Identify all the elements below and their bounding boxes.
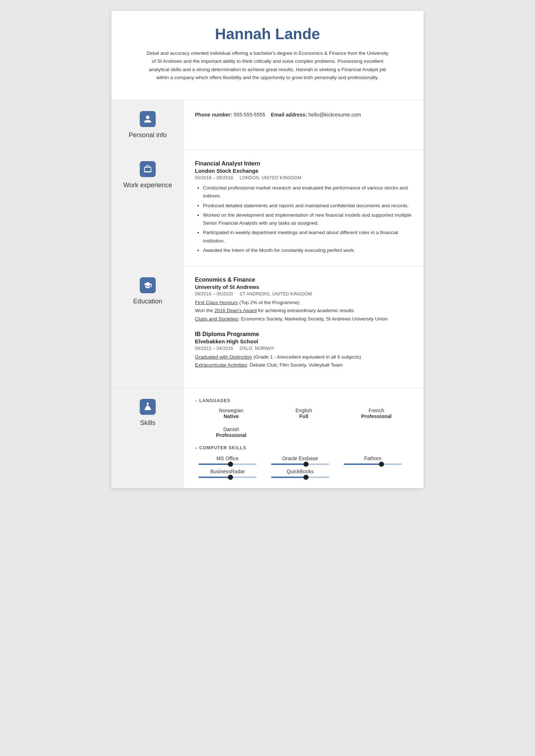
education-label: Education [111, 266, 184, 387]
bullet-1: Produced detailed statements and reports… [203, 202, 413, 210]
skill-fill-4 [271, 477, 306, 478]
education-title: Education [133, 298, 162, 305]
lang-french: French Professional [340, 408, 413, 419]
resume-container: Hannah Lande Detail and accuracy oriente… [111, 11, 424, 488]
edu-detail-0-3: Clubs and Societies: Economics Society, … [195, 315, 413, 323]
edu-detail-1-1: Graduated with Distinction (Grade 1 - A/… [195, 353, 413, 361]
skill-dot-1 [303, 462, 309, 467]
skill-bar-1 [271, 463, 329, 465]
skill-bar-2 [344, 463, 402, 465]
skill-businessradar: BusinessRadar [195, 469, 268, 478]
work-experience-title: Work experience [123, 181, 172, 189]
edu-meta-0: 09/2016 – 05/2020 ST ANDREWS, UNITED KIN… [195, 291, 413, 297]
skill-bar-4 [271, 477, 329, 478]
phone-label: Phone number: [195, 112, 232, 118]
bullet-4: Awarded the Intern of the Month for cons… [203, 246, 413, 254]
skill-dot-3 [228, 475, 233, 480]
skill-ms-office: MS Office [195, 455, 268, 465]
lang-english: English Full [268, 408, 340, 419]
lang-name-3: Danish [195, 426, 268, 432]
skill-name-0: MS Office [195, 455, 260, 461]
bullet-2: Worked on the development and implementa… [203, 211, 413, 228]
phone-value: 555-555-5555 [234, 112, 265, 118]
skill-name-4: QuickBooks [268, 469, 333, 474]
languages-heading: – LANGUAGES [195, 398, 413, 403]
education-content: Economics & Finance University of St And… [184, 266, 424, 387]
skill-name-3: BusinessRadar [195, 469, 260, 474]
lang-level-3: Professional [195, 432, 268, 438]
skill-quickbooks: QuickBooks [268, 469, 340, 478]
personal-info-section: Personal info Phone number: 555-555-5555… [111, 100, 424, 150]
skills-title: Skills [140, 419, 155, 427]
edu-school-1: Elvebakken High School [195, 338, 413, 344]
edu-degree-0: Economics & Finance [195, 277, 413, 283]
phone-line: Phone number: 555-555-5555 Email address… [195, 110, 413, 119]
skills-icon [140, 399, 156, 415]
skill-fill-3 [199, 477, 230, 478]
graduation-svg [143, 281, 152, 290]
skill-fill-1 [271, 463, 306, 465]
person-svg [143, 115, 152, 123]
edu-detail-0-2: Won the 2016 Dean's Award for achieving … [195, 307, 413, 315]
skills-section: Skills – LANGUAGES Norwegian Native Engl… [111, 388, 424, 488]
bullet-0: Conducted professional market research a… [203, 184, 413, 200]
lang-name-1: English [268, 408, 340, 413]
skill-fathom: Fathom [340, 455, 413, 465]
skill-bar-0 [199, 463, 257, 465]
personal-info-title: Personal info [128, 131, 167, 139]
skill-fill-2 [344, 463, 381, 465]
edu-detail-1-2: Extracurricular Activities: Debate Club,… [195, 361, 413, 369]
candidate-name: Hannah Lande [133, 25, 402, 43]
flask-svg [143, 402, 152, 411]
briefcase-icon [140, 161, 156, 177]
skill-name-1: Oracle Essbase [268, 455, 333, 461]
edu-detail-0-1: First Class Honours (Top 2% of the Progr… [195, 299, 413, 307]
lang-level-0: Native [195, 413, 268, 419]
languages-grid: Norwegian Native English Full French Pro… [195, 408, 413, 419]
skill-dot-4 [303, 475, 309, 480]
work-experience-label: Work experience [111, 150, 184, 266]
lang-danish: Danish Professional [195, 426, 268, 438]
skills-label: Skills [111, 388, 184, 488]
resume-header: Hannah Lande Detail and accuracy oriente… [111, 11, 424, 100]
languages-row2: Danish Professional [195, 426, 413, 438]
computer-skills-grid-2: BusinessRadar QuickBooks [195, 469, 413, 478]
skill-bar-3 [199, 477, 257, 478]
graduation-icon [140, 277, 156, 293]
edu-school-0: University of St Andrews [195, 284, 413, 290]
briefcase-svg [143, 165, 152, 173]
lang-level-1: Full [268, 413, 340, 419]
lang-level-2: Professional [340, 413, 413, 419]
edu-block-0: Economics & Finance University of St And… [195, 277, 413, 323]
edu-block-1: IB Diploma Programme Elvebakken High Sch… [195, 331, 413, 369]
job-company-0: London Stock Exchange [195, 168, 413, 174]
email-value: hello@kickresume.com [309, 112, 361, 118]
job-bullets-0: Conducted professional market research a… [195, 184, 413, 254]
education-section: Education Economics & Finance University… [111, 266, 424, 387]
computer-skills-grid: MS Office Oracle Essbase Fatho [195, 455, 413, 465]
work-experience-content: Financial Analyst Intern London Stock Ex… [184, 150, 424, 266]
personal-info-label: Personal info [111, 100, 184, 150]
edu-degree-1: IB Diploma Programme [195, 331, 413, 338]
bullet-3: Participated in weekly department meetin… [203, 229, 413, 245]
resume-summary: Detail and accuracy oriented individual … [133, 49, 402, 93]
job-title-0: Financial Analyst Intern [195, 160, 413, 167]
lang-name-2: French [340, 408, 413, 413]
lang-norwegian: Norwegian Native [195, 408, 268, 419]
skill-oracle: Oracle Essbase [268, 455, 340, 465]
lang-name-0: Norwegian [195, 408, 268, 413]
skill-dot-0 [228, 462, 233, 467]
edu-meta-1: 09/2012 – 04/2016 OSLO, NORWAY [195, 346, 413, 351]
person-icon [140, 111, 156, 127]
skills-content: – LANGUAGES Norwegian Native English Ful… [184, 388, 424, 488]
work-experience-section: Work experience Financial Analyst Intern… [111, 150, 424, 266]
email-label: Email address: [271, 112, 307, 118]
job-meta-0: 05/2018 – 09/2018 LONDON, UNITED KINGDOM [195, 175, 413, 180]
skill-dot-2 [379, 462, 384, 467]
personal-info-content: Phone number: 555-555-5555 Email address… [184, 100, 424, 150]
computer-heading: – COMPUTER SKILLS [195, 445, 413, 450]
skill-name-2: Fathom [340, 455, 405, 461]
skill-placeholder [340, 469, 413, 478]
skill-fill-0 [199, 463, 230, 465]
